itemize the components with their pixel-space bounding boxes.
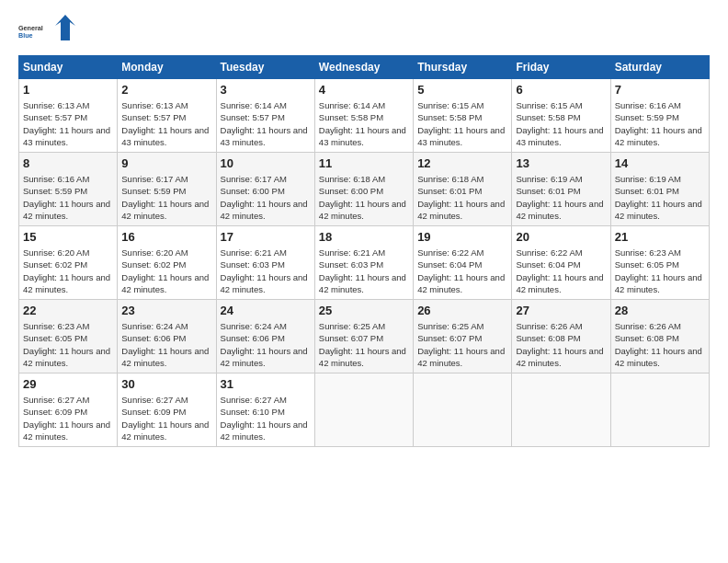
header: General Blue [18,15,710,48]
day-number: 3 [221,82,311,98]
calendar-cell: 10 Sunrise: 6:17 AM Sunset: 6:00 PM Dayl… [216,153,314,226]
day-number: 30 [121,376,211,393]
sunset-label: Sunset: 5:57 PM [221,112,285,122]
sunrise-label: Sunrise: 6:27 AM [23,395,89,405]
day-number: 29 [23,376,113,393]
daylight-label: Daylight: 11 hours and 42 minutes. [221,346,308,368]
day-number: 14 [615,155,705,172]
calendar-cell: 9 Sunrise: 6:17 AM Sunset: 5:59 PM Dayli… [118,153,216,226]
day-number: 21 [615,229,705,246]
sunset-label: Sunset: 6:01 PM [417,186,482,196]
day-number: 1 [23,82,113,98]
day-number: 24 [221,303,311,319]
daylight-label: Daylight: 11 hours and 42 minutes. [23,272,110,294]
svg-text:General: General [18,24,43,32]
sunrise-label: Sunrise: 6:24 AM [221,321,287,331]
calendar-cell: 26 Sunrise: 6:25 AM Sunset: 6:07 PM Dayl… [414,300,512,373]
week-row-4: 22 Sunrise: 6:23 AM Sunset: 6:05 PM Dayl… [19,300,710,373]
sunset-label: Sunset: 6:06 PM [121,333,186,343]
day-number: 17 [221,229,311,246]
week-row-1: 1 Sunrise: 6:13 AM Sunset: 5:57 PM Dayli… [19,79,710,153]
header-wednesday: Wednesday [314,56,413,79]
sunset-label: Sunset: 5:57 PM [23,112,87,122]
sunrise-label: Sunrise: 6:13 AM [121,100,188,110]
sunset-label: Sunset: 6:03 PM [221,259,285,270]
sunrise-label: Sunrise: 6:15 AM [417,100,483,110]
header-saturday: Saturday [610,56,709,79]
daylight-label: Daylight: 11 hours and 42 minutes. [615,346,702,368]
header-tuesday: Tuesday [216,56,314,79]
day-number: 20 [516,229,606,246]
calendar-cell: 25 Sunrise: 6:25 AM Sunset: 6:07 PM Dayl… [314,300,413,373]
sunrise-label: Sunrise: 6:18 AM [417,174,483,184]
header-monday: Monday [118,56,216,79]
week-row-5: 29 Sunrise: 6:27 AM Sunset: 6:09 PM Dayl… [19,373,710,447]
day-number: 5 [417,82,507,98]
daylight-label: Daylight: 11 hours and 42 minutes. [121,346,209,368]
calendar-cell: 14 Sunrise: 6:19 AM Sunset: 6:01 PM Dayl… [610,153,709,226]
calendar-cell: 6 Sunrise: 6:15 AM Sunset: 5:58 PM Dayli… [512,79,610,153]
sunrise-label: Sunrise: 6:17 AM [121,174,188,184]
daylight-label: Daylight: 11 hours and 42 minutes. [121,272,209,294]
day-number: 18 [319,229,409,246]
sunrise-label: Sunrise: 6:17 AM [221,174,287,184]
week-row-2: 8 Sunrise: 6:16 AM Sunset: 5:59 PM Dayli… [19,153,710,226]
day-number: 12 [417,155,507,172]
sunrise-label: Sunrise: 6:26 AM [516,321,582,331]
sunset-label: Sunset: 6:06 PM [221,333,285,343]
calendar-cell: 2 Sunrise: 6:13 AM Sunset: 5:57 PM Dayli… [118,79,216,153]
daylight-label: Daylight: 11 hours and 42 minutes. [23,346,110,368]
calendar-cell: 17 Sunrise: 6:21 AM Sunset: 6:03 PM Dayl… [216,226,314,300]
sunrise-label: Sunrise: 6:18 AM [319,174,385,184]
sunrise-label: Sunrise: 6:14 AM [221,100,287,110]
calendar-cell: 18 Sunrise: 6:21 AM Sunset: 6:03 PM Dayl… [314,226,413,300]
day-number: 15 [23,229,113,246]
daylight-label: Daylight: 11 hours and 43 minutes. [23,125,110,147]
calendar-cell: 12 Sunrise: 6:18 AM Sunset: 6:01 PM Dayl… [414,153,512,226]
calendar-cell: 3 Sunrise: 6:14 AM Sunset: 5:57 PM Dayli… [216,79,314,153]
sunset-label: Sunset: 6:05 PM [615,259,679,270]
calendar-cell: 1 Sunrise: 6:13 AM Sunset: 5:57 PM Dayli… [19,79,118,153]
calendar-cell: 7 Sunrise: 6:16 AM Sunset: 5:59 PM Dayli… [610,79,709,153]
daylight-label: Daylight: 11 hours and 42 minutes. [221,419,308,442]
daylight-label: Daylight: 11 hours and 43 minutes. [319,125,406,147]
svg-marker-2 [55,15,75,40]
logo: General Blue [18,15,75,48]
sunset-label: Sunset: 6:02 PM [23,259,87,270]
calendar-cell: 13 Sunrise: 6:19 AM Sunset: 6:01 PM Dayl… [512,153,610,226]
daylight-label: Daylight: 11 hours and 42 minutes. [121,199,209,221]
day-number: 4 [319,82,409,98]
sunrise-label: Sunrise: 6:25 AM [319,321,385,331]
sunrise-label: Sunrise: 6:24 AM [121,321,188,331]
sunrise-label: Sunrise: 6:21 AM [319,247,385,258]
sunrise-label: Sunrise: 6:19 AM [516,174,582,184]
daylight-label: Daylight: 11 hours and 42 minutes. [221,199,308,221]
daylight-label: Daylight: 11 hours and 42 minutes. [417,346,505,368]
daylight-label: Daylight: 11 hours and 42 minutes. [417,199,505,221]
page: General Blue SundayMondayTuesdayWednesda… [0,0,728,462]
sunset-label: Sunset: 6:10 PM [221,407,285,417]
sunset-label: Sunset: 6:04 PM [516,259,580,270]
sunrise-label: Sunrise: 6:22 AM [516,247,582,258]
day-number: 26 [417,303,507,319]
day-number: 31 [221,376,311,393]
daylight-label: Daylight: 11 hours and 43 minutes. [221,125,308,147]
daylight-label: Daylight: 11 hours and 42 minutes. [221,272,308,294]
sunrise-label: Sunrise: 6:15 AM [516,100,582,110]
sunrise-label: Sunrise: 6:23 AM [615,247,681,258]
header-sunday: Sunday [19,56,118,79]
calendar-table: SundayMondayTuesdayWednesdayThursdayFrid… [18,55,710,447]
daylight-label: Daylight: 11 hours and 42 minutes. [516,346,603,368]
day-number: 7 [615,82,705,98]
sunset-label: Sunset: 6:01 PM [615,186,679,196]
sunrise-label: Sunrise: 6:22 AM [417,247,483,258]
calendar-cell [314,373,413,447]
sunrise-label: Sunrise: 6:26 AM [615,321,681,331]
calendar-cell: 8 Sunrise: 6:16 AM Sunset: 5:59 PM Dayli… [19,153,118,226]
sunset-label: Sunset: 6:07 PM [319,333,383,343]
sunset-label: Sunset: 6:04 PM [417,259,482,270]
sunrise-label: Sunrise: 6:16 AM [23,174,89,184]
sunrise-label: Sunrise: 6:27 AM [121,395,188,405]
calendar-cell: 27 Sunrise: 6:26 AM Sunset: 6:08 PM Dayl… [512,300,610,373]
day-number: 11 [319,155,409,172]
